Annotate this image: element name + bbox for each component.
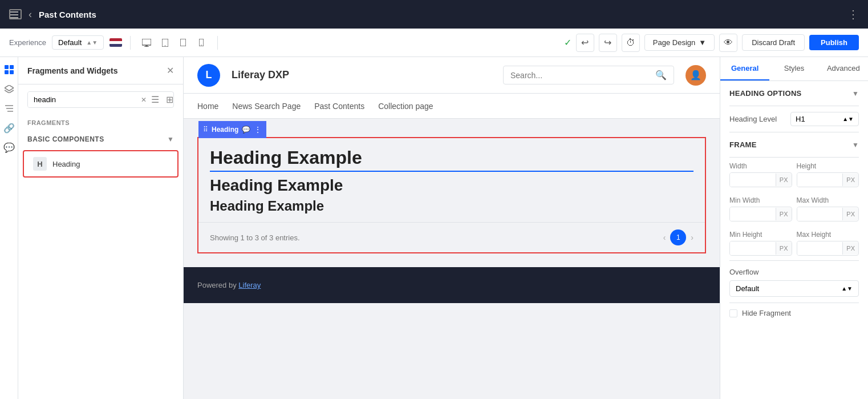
heading-block-label: Heading — [212, 126, 238, 134]
top-bar: ‹ Past Contents ⋮ — [0, 0, 868, 29]
svg-rect-3 — [142, 39, 151, 45]
tab-general[interactable]: General — [720, 57, 769, 80]
svg-rect-14 — [10, 70, 14, 74]
heading-options-header[interactable]: HEADING OPTIONS ▼ — [729, 89, 859, 98]
fragment-search-bar: ✕ ☰ ⊞ — [27, 91, 174, 108]
min-height-input[interactable] — [730, 241, 776, 255]
max-height-group: Max Height PX — [797, 231, 859, 256]
undo-button[interactable]: ↩ — [576, 34, 594, 52]
discard-draft-button[interactable]: Discard Draft — [742, 34, 805, 51]
nav-item-collection[interactable]: Collection page — [378, 95, 433, 118]
search-icon: 🔍 — [655, 70, 667, 80]
history-button[interactable]: ⏱ — [622, 34, 640, 52]
min-width-group: Min Width PX — [729, 196, 792, 221]
page-title: Past Contents — [39, 10, 841, 19]
frame-title: FRAME — [729, 140, 757, 149]
px-suffix6: PX — [842, 242, 858, 255]
redo-button[interactable]: ↪ — [599, 34, 617, 52]
experience-select[interactable]: Default ▲▼ — [52, 35, 104, 50]
more-options-icon[interactable]: ⋮ — [847, 7, 859, 21]
overflow-select[interactable]: Default ▲▼ — [729, 280, 859, 297]
heading-example-1[interactable]: Heading Example — [210, 147, 693, 172]
height-input[interactable] — [797, 173, 843, 187]
small-tablet-view-icon[interactable] — [175, 35, 191, 51]
comment-icon[interactable]: 💬 — [242, 126, 250, 134]
height-field-group: Height PX — [797, 162, 859, 187]
list-view-toggle[interactable]: ☰ — [151, 94, 166, 105]
close-fragments-button[interactable]: ✕ — [167, 65, 174, 76]
min-width-input[interactable] — [730, 207, 776, 221]
publish-button[interactable]: Publish — [809, 35, 859, 50]
grid-view-toggle[interactable]: ⊞ — [166, 94, 173, 105]
page-design-button[interactable]: Page Design ▼ — [644, 34, 715, 51]
page-number-1[interactable]: 1 — [670, 229, 686, 245]
min-height-input-group: PX — [729, 241, 792, 256]
back-button[interactable]: ‹ — [29, 9, 32, 21]
nav-item-news[interactable]: News Search Page — [232, 95, 301, 118]
user-avatar[interactable]: 👤 — [686, 65, 706, 86]
next-page-button[interactable]: › — [691, 233, 693, 242]
px-suffix4: PX — [842, 208, 858, 220]
mobile-view-icon[interactable] — [193, 35, 209, 51]
prev-page-button[interactable]: ‹ — [663, 233, 666, 242]
sidebar-toggle-icon[interactable] — [9, 9, 22, 19]
max-width-input[interactable] — [797, 207, 843, 221]
page-search-bar[interactable]: 🔍 — [503, 66, 674, 84]
page-search-input[interactable] — [510, 71, 651, 80]
heading-level-select[interactable]: H1 ▲▼ — [790, 112, 859, 126]
svg-rect-0 — [10, 11, 18, 13]
nav-item-home[interactable]: Home — [197, 95, 218, 118]
footer-link[interactable]: Liferay — [238, 281, 261, 289]
links-icon[interactable]: 🔗 — [1, 120, 17, 136]
px-suffix2: PX — [842, 174, 858, 186]
comments-icon[interactable]: 💬 — [1, 139, 17, 155]
page-structure-icon[interactable] — [1, 100, 17, 116]
autosave-icon: ✓ — [564, 37, 571, 48]
divider — [130, 36, 131, 50]
page-header: L Liferay DXP 🔍 👤 — [184, 57, 720, 94]
frame-section-header[interactable]: FRAME ▼ — [729, 140, 859, 149]
page-navigation: Home News Search Page Past Contents Coll… — [184, 94, 720, 119]
max-height-label: Max Height — [797, 231, 859, 239]
heading-block-toolbar: ⠿ Heading 💬 ⋮ — [198, 121, 266, 138]
toolbar: Experience Default ▲▼ ✓ ↩ ↪ ⏱ Page Desig… — [0, 29, 868, 57]
nav-item-past[interactable]: Past Contents — [314, 95, 364, 118]
tablet-view-icon[interactable] — [157, 35, 173, 51]
min-width-input-group: PX — [729, 207, 792, 221]
hide-fragment-checkbox[interactable] — [729, 309, 737, 317]
basic-components-section[interactable]: BASIC COMPONENTS ▼ — [18, 131, 183, 148]
max-width-label: Max Width — [797, 196, 859, 204]
chevron-down-icon: ▼ — [167, 135, 174, 143]
layers-icon[interactable] — [1, 81, 17, 97]
height-input-group: PX — [797, 172, 859, 187]
svg-rect-13 — [5, 70, 9, 74]
search-clear-button[interactable]: ✕ — [136, 92, 151, 107]
basic-components-label: BASIC COMPONENTS — [27, 135, 104, 143]
fragment-search-input[interactable] — [28, 92, 136, 107]
heading-block-container: ⠿ Heading 💬 ⋮ Heading Example Heading Ex… — [197, 137, 706, 253]
height-label: Height — [797, 162, 859, 170]
max-height-input[interactable] — [797, 241, 843, 255]
max-width-group: Max Width PX — [797, 196, 859, 221]
frame-section: FRAME ▼ — [720, 132, 868, 157]
desktop-view-icon[interactable] — [139, 35, 155, 51]
drag-handle-icon[interactable]: ⠿ — [203, 126, 208, 134]
svg-point-7 — [164, 45, 165, 46]
footer-text: Powered by — [197, 281, 238, 289]
svg-rect-5 — [144, 46, 149, 47]
fragments-widgets-icon[interactable] — [1, 62, 17, 78]
preview-button[interactable]: 👁 — [719, 34, 737, 52]
heading-options-icon[interactable]: ⋮ — [254, 125, 262, 134]
pagination-controls: ‹ 1 › — [663, 229, 693, 245]
pagination-bar: Showing 1 to 3 of 3 entries. ‹ 1 › — [198, 222, 705, 252]
right-panel-tabs: General Styles Advanced — [720, 57, 868, 81]
tab-advanced[interactable]: Advanced — [819, 57, 868, 80]
heading-fragment-item[interactable]: H Heading — [23, 150, 179, 178]
fragments-title: Fragments and Widgets — [27, 66, 118, 75]
svg-rect-1 — [10, 14, 18, 15]
heading-example-2: Heading Example — [210, 176, 693, 195]
width-input[interactable] — [730, 173, 776, 187]
language-flag[interactable] — [109, 38, 122, 47]
svg-rect-12 — [10, 65, 14, 69]
tab-styles[interactable]: Styles — [769, 57, 818, 80]
